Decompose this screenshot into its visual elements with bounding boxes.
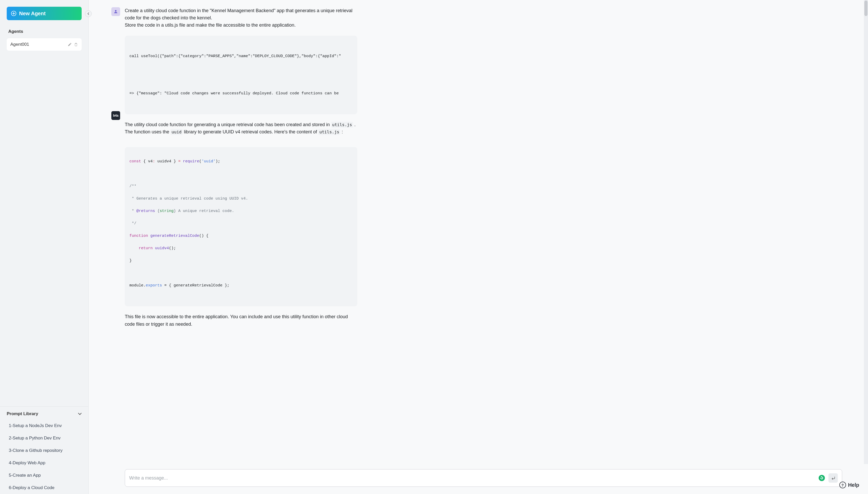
delete-agent-icon[interactable] [74, 42, 78, 46]
tok: * Generates a unique retrieval code usin… [130, 196, 248, 201]
tok: string [160, 209, 174, 213]
user-icon [113, 9, 118, 14]
tok: = [178, 159, 181, 164]
tool-call-code-block: call useTool({"path":{"category":"PARSE_… [125, 36, 357, 114]
main: ▾ Create a utility cloud code function i… [88, 0, 868, 494]
tok: : [153, 159, 155, 164]
user-message: Create a utility cloud code function in … [125, 7, 357, 29]
tok: ); [215, 159, 220, 164]
tok: { [157, 209, 160, 213]
help-label: Help [848, 482, 859, 488]
tok: v4 [148, 159, 153, 164]
agent-actions [68, 42, 78, 46]
prompt-list: 1-Setup a NodeJs Dev Env 2-Setup a Pytho… [7, 420, 82, 494]
user-avatar [111, 7, 120, 16]
prompt-item-5[interactable]: 5-Create an App [7, 469, 82, 481]
assistant-avatar-label: b4a [113, 114, 119, 117]
tok: ( [199, 159, 201, 164]
code-line [125, 72, 357, 78]
tok: require [181, 159, 199, 164]
chat-scroll[interactable]: Create a utility cloud code function in … [88, 0, 868, 464]
text-span: This file is now accessible to the entir… [125, 314, 348, 327]
agents-heading: Agents [8, 29, 82, 34]
prompt-item-4[interactable]: 4-Deploy Web App [7, 457, 82, 469]
plus-circle-icon [11, 11, 17, 16]
collapse-sidebar-button[interactable] [85, 10, 92, 17]
inline-code-uuid: uuid [171, 129, 183, 135]
composer [125, 469, 842, 487]
text-span: The utility cloud code function for gene… [125, 122, 331, 127]
agent-name: Agent001 [10, 42, 29, 47]
tok: } [174, 209, 176, 213]
tok: { [141, 159, 148, 164]
grammarly-icon[interactable] [818, 474, 825, 481]
tok: uuidv4 [153, 246, 169, 250]
user-message-line1: Create a utility cloud code function in … [125, 7, 357, 22]
prompt-item-6[interactable]: 6-Deploy a Cloud Code [7, 481, 82, 494]
sidebar-top: New Agent Agents Agent001 [0, 0, 88, 51]
tok: generateRetrievalCode [148, 234, 199, 238]
svg-point-2 [818, 475, 825, 481]
send-button[interactable] [828, 473, 838, 482]
code-line: call useTool({"path":{"category":"PARSE_… [125, 53, 357, 59]
tok: */ [130, 221, 136, 226]
agent-list-item[interactable]: Agent001 [7, 38, 82, 51]
text-span: library to generate UUID v4 retrieval co… [184, 129, 318, 134]
chevron-down-icon [78, 412, 82, 416]
tok: return [130, 246, 153, 250]
tok: } [130, 259, 132, 263]
tok: @returns [136, 209, 155, 213]
send-enter-icon [831, 476, 835, 480]
tok: uuidv4 } [155, 159, 178, 164]
inline-code-utils: utils.js [331, 122, 353, 128]
tok: module. [130, 283, 146, 288]
prompt-library-toggle[interactable]: Prompt Library [7, 411, 82, 416]
tok: = { generateRetrievalCode }; [162, 283, 230, 288]
prompt-item-2[interactable]: 2-Setup a Python Dev Env [7, 432, 82, 444]
composer-area [88, 464, 868, 494]
prompt-item-1[interactable]: 1-Setup a NodeJs Dev Env [7, 420, 82, 432]
tok: * [130, 209, 136, 213]
assistant-avatar: b4a [111, 111, 120, 120]
tok: /** [130, 184, 136, 188]
help-widget[interactable]: ? Help [839, 481, 859, 488]
text-span: : [341, 129, 343, 134]
svg-point-1 [115, 10, 117, 12]
tok: exports [146, 283, 162, 288]
tok: () { [199, 234, 209, 238]
code-snippet-block: const { v4: uuidv4 } = require('uuid'); … [125, 147, 357, 306]
tok: (); [169, 246, 176, 250]
new-agent-button[interactable]: New Agent [7, 7, 82, 20]
prompt-item-3[interactable]: 3-Clone a Github repository [7, 444, 82, 457]
assistant-paragraph-2: This file is now accessible to the entir… [125, 313, 357, 328]
code-line: => {"message": "Cloud code changes were … [125, 91, 357, 97]
user-message-line2: Store the code in a utils.js file and ma… [125, 22, 357, 29]
edit-agent-icon[interactable] [68, 42, 72, 46]
chevron-left-icon [87, 13, 90, 15]
inline-code-utils2: utils.js [318, 129, 340, 135]
tok [155, 209, 157, 213]
sidebar: New Agent Agents Agent001 Prompt Library… [0, 0, 88, 494]
help-question-icon: ? [839, 481, 846, 488]
tok: A unique retrieval code. [176, 209, 234, 213]
new-agent-label: New Agent [19, 11, 46, 17]
assistant-paragraph-1: The utility cloud code function for gene… [125, 121, 357, 136]
message-input[interactable] [129, 475, 818, 481]
prompt-library: Prompt Library 1-Setup a NodeJs Dev Env … [0, 406, 88, 494]
tok: function [130, 234, 148, 238]
tok: 'uuid' [201, 159, 215, 164]
prompt-library-heading: Prompt Library [7, 411, 38, 416]
tok: const [130, 159, 141, 164]
